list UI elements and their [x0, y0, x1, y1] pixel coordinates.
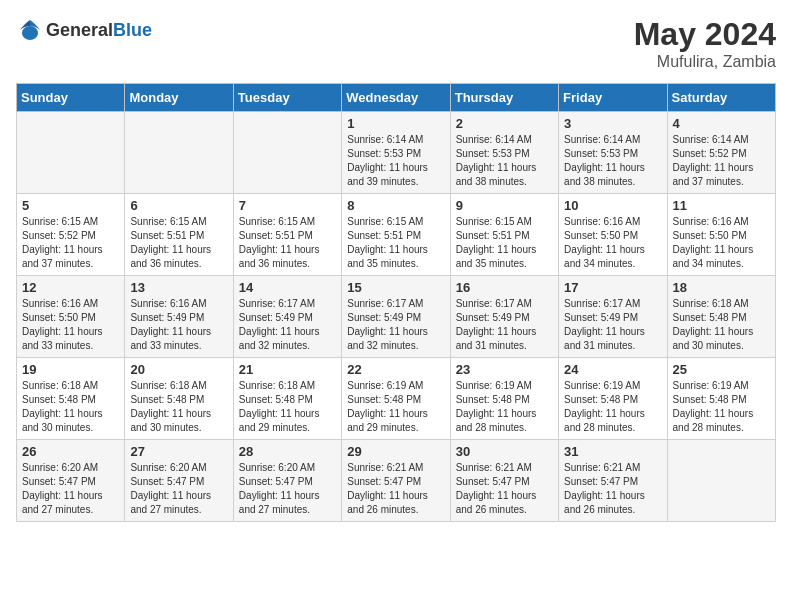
calendar-cell: 26Sunrise: 6:20 AM Sunset: 5:47 PM Dayli… [17, 440, 125, 522]
day-info: Sunrise: 6:17 AM Sunset: 5:49 PM Dayligh… [347, 297, 444, 353]
calendar-cell: 31Sunrise: 6:21 AM Sunset: 5:47 PM Dayli… [559, 440, 667, 522]
day-info: Sunrise: 6:19 AM Sunset: 5:48 PM Dayligh… [347, 379, 444, 435]
day-info: Sunrise: 6:19 AM Sunset: 5:48 PM Dayligh… [456, 379, 553, 435]
calendar-cell: 8Sunrise: 6:15 AM Sunset: 5:51 PM Daylig… [342, 194, 450, 276]
calendar-cell: 1Sunrise: 6:14 AM Sunset: 5:53 PM Daylig… [342, 112, 450, 194]
day-of-week-header: Tuesday [233, 84, 341, 112]
day-number: 9 [456, 198, 553, 213]
day-number: 24 [564, 362, 661, 377]
day-number: 18 [673, 280, 770, 295]
calendar-cell: 27Sunrise: 6:20 AM Sunset: 5:47 PM Dayli… [125, 440, 233, 522]
day-of-week-header: Thursday [450, 84, 558, 112]
day-number: 20 [130, 362, 227, 377]
day-number: 26 [22, 444, 119, 459]
calendar-cell [125, 112, 233, 194]
calendar-week-row: 19Sunrise: 6:18 AM Sunset: 5:48 PM Dayli… [17, 358, 776, 440]
day-info: Sunrise: 6:16 AM Sunset: 5:49 PM Dayligh… [130, 297, 227, 353]
day-number: 6 [130, 198, 227, 213]
logo-icon [16, 16, 44, 44]
day-number: 1 [347, 116, 444, 131]
calendar-week-row: 5Sunrise: 6:15 AM Sunset: 5:52 PM Daylig… [17, 194, 776, 276]
calendar-table: SundayMondayTuesdayWednesdayThursdayFrid… [16, 83, 776, 522]
day-info: Sunrise: 6:14 AM Sunset: 5:52 PM Dayligh… [673, 133, 770, 189]
calendar-cell: 25Sunrise: 6:19 AM Sunset: 5:48 PM Dayli… [667, 358, 775, 440]
day-of-week-header: Friday [559, 84, 667, 112]
day-info: Sunrise: 6:20 AM Sunset: 5:47 PM Dayligh… [239, 461, 336, 517]
day-info: Sunrise: 6:17 AM Sunset: 5:49 PM Dayligh… [456, 297, 553, 353]
day-number: 4 [673, 116, 770, 131]
day-number: 27 [130, 444, 227, 459]
calendar-cell: 13Sunrise: 6:16 AM Sunset: 5:49 PM Dayli… [125, 276, 233, 358]
day-number: 21 [239, 362, 336, 377]
calendar-cell: 24Sunrise: 6:19 AM Sunset: 5:48 PM Dayli… [559, 358, 667, 440]
day-info: Sunrise: 6:18 AM Sunset: 5:48 PM Dayligh… [239, 379, 336, 435]
day-info: Sunrise: 6:15 AM Sunset: 5:51 PM Dayligh… [456, 215, 553, 271]
calendar-cell: 28Sunrise: 6:20 AM Sunset: 5:47 PM Dayli… [233, 440, 341, 522]
day-info: Sunrise: 6:19 AM Sunset: 5:48 PM Dayligh… [673, 379, 770, 435]
day-info: Sunrise: 6:18 AM Sunset: 5:48 PM Dayligh… [22, 379, 119, 435]
day-number: 30 [456, 444, 553, 459]
calendar-cell: 10Sunrise: 6:16 AM Sunset: 5:50 PM Dayli… [559, 194, 667, 276]
day-number: 2 [456, 116, 553, 131]
day-info: Sunrise: 6:17 AM Sunset: 5:49 PM Dayligh… [239, 297, 336, 353]
day-info: Sunrise: 6:17 AM Sunset: 5:49 PM Dayligh… [564, 297, 661, 353]
day-of-week-header: Monday [125, 84, 233, 112]
day-number: 28 [239, 444, 336, 459]
page-header: GeneralBlue May 2024 Mufulira, Zambia [16, 16, 776, 71]
calendar-cell: 19Sunrise: 6:18 AM Sunset: 5:48 PM Dayli… [17, 358, 125, 440]
calendar-cell: 4Sunrise: 6:14 AM Sunset: 5:52 PM Daylig… [667, 112, 775, 194]
calendar-cell: 12Sunrise: 6:16 AM Sunset: 5:50 PM Dayli… [17, 276, 125, 358]
calendar-week-row: 26Sunrise: 6:20 AM Sunset: 5:47 PM Dayli… [17, 440, 776, 522]
day-info: Sunrise: 6:16 AM Sunset: 5:50 PM Dayligh… [564, 215, 661, 271]
day-of-week-header: Wednesday [342, 84, 450, 112]
calendar-week-row: 12Sunrise: 6:16 AM Sunset: 5:50 PM Dayli… [17, 276, 776, 358]
day-of-week-header: Sunday [17, 84, 125, 112]
logo-blue: Blue [113, 20, 152, 40]
day-number: 19 [22, 362, 119, 377]
calendar-cell: 17Sunrise: 6:17 AM Sunset: 5:49 PM Dayli… [559, 276, 667, 358]
calendar-cell: 15Sunrise: 6:17 AM Sunset: 5:49 PM Dayli… [342, 276, 450, 358]
day-number: 10 [564, 198, 661, 213]
day-info: Sunrise: 6:16 AM Sunset: 5:50 PM Dayligh… [673, 215, 770, 271]
day-info: Sunrise: 6:15 AM Sunset: 5:51 PM Dayligh… [130, 215, 227, 271]
day-info: Sunrise: 6:18 AM Sunset: 5:48 PM Dayligh… [130, 379, 227, 435]
day-info: Sunrise: 6:14 AM Sunset: 5:53 PM Dayligh… [564, 133, 661, 189]
month-year-title: May 2024 [634, 16, 776, 53]
day-info: Sunrise: 6:21 AM Sunset: 5:47 PM Dayligh… [347, 461, 444, 517]
day-number: 7 [239, 198, 336, 213]
calendar-cell: 11Sunrise: 6:16 AM Sunset: 5:50 PM Dayli… [667, 194, 775, 276]
day-info: Sunrise: 6:16 AM Sunset: 5:50 PM Dayligh… [22, 297, 119, 353]
day-info: Sunrise: 6:21 AM Sunset: 5:47 PM Dayligh… [456, 461, 553, 517]
calendar-cell [17, 112, 125, 194]
calendar-cell: 14Sunrise: 6:17 AM Sunset: 5:49 PM Dayli… [233, 276, 341, 358]
day-info: Sunrise: 6:20 AM Sunset: 5:47 PM Dayligh… [22, 461, 119, 517]
logo: GeneralBlue [16, 16, 152, 44]
day-number: 11 [673, 198, 770, 213]
calendar-cell: 7Sunrise: 6:15 AM Sunset: 5:51 PM Daylig… [233, 194, 341, 276]
day-number: 8 [347, 198, 444, 213]
calendar-cell: 29Sunrise: 6:21 AM Sunset: 5:47 PM Dayli… [342, 440, 450, 522]
day-info: Sunrise: 6:15 AM Sunset: 5:51 PM Dayligh… [347, 215, 444, 271]
day-info: Sunrise: 6:20 AM Sunset: 5:47 PM Dayligh… [130, 461, 227, 517]
day-number: 25 [673, 362, 770, 377]
calendar-cell: 23Sunrise: 6:19 AM Sunset: 5:48 PM Dayli… [450, 358, 558, 440]
day-number: 22 [347, 362, 444, 377]
day-info: Sunrise: 6:19 AM Sunset: 5:48 PM Dayligh… [564, 379, 661, 435]
day-number: 16 [456, 280, 553, 295]
day-info: Sunrise: 6:18 AM Sunset: 5:48 PM Dayligh… [673, 297, 770, 353]
day-info: Sunrise: 6:14 AM Sunset: 5:53 PM Dayligh… [456, 133, 553, 189]
calendar-cell: 2Sunrise: 6:14 AM Sunset: 5:53 PM Daylig… [450, 112, 558, 194]
calendar-cell: 20Sunrise: 6:18 AM Sunset: 5:48 PM Dayli… [125, 358, 233, 440]
calendar-cell [667, 440, 775, 522]
day-of-week-header: Saturday [667, 84, 775, 112]
day-number: 15 [347, 280, 444, 295]
day-number: 31 [564, 444, 661, 459]
calendar-cell: 16Sunrise: 6:17 AM Sunset: 5:49 PM Dayli… [450, 276, 558, 358]
calendar-cell: 9Sunrise: 6:15 AM Sunset: 5:51 PM Daylig… [450, 194, 558, 276]
calendar-cell: 3Sunrise: 6:14 AM Sunset: 5:53 PM Daylig… [559, 112, 667, 194]
calendar-cell: 18Sunrise: 6:18 AM Sunset: 5:48 PM Dayli… [667, 276, 775, 358]
day-info: Sunrise: 6:15 AM Sunset: 5:52 PM Dayligh… [22, 215, 119, 271]
day-number: 12 [22, 280, 119, 295]
day-number: 17 [564, 280, 661, 295]
day-number: 29 [347, 444, 444, 459]
